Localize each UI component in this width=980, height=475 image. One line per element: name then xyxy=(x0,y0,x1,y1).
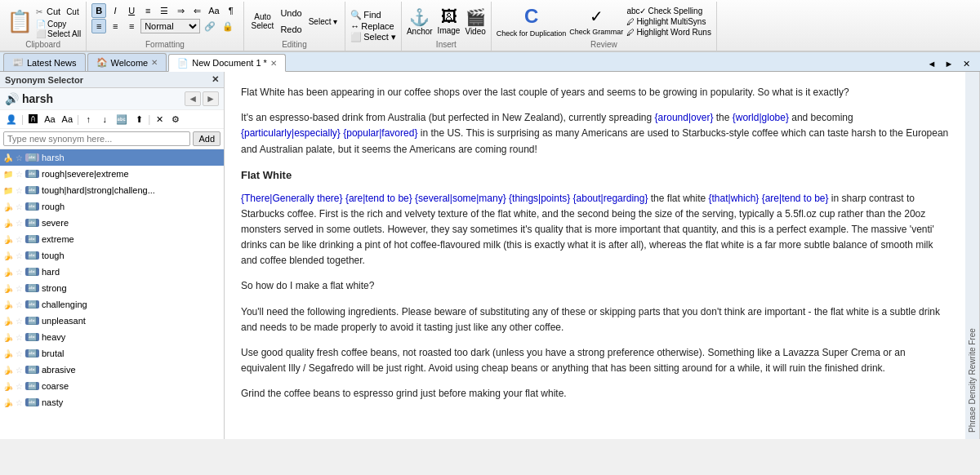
syn-icon9[interactable]: ✕ xyxy=(152,112,167,127)
syn-icon6[interactable]: ↓ xyxy=(97,112,112,127)
syn-icon10[interactable]: ⚙ xyxy=(168,112,183,127)
formatting-label: Formatting xyxy=(91,39,238,51)
alt-word[interactable]: {that|which} xyxy=(709,193,760,204)
star-icon: ☆ xyxy=(16,398,23,407)
select-button[interactable]: Select ▾ xyxy=(306,11,341,32)
underline-button[interactable]: U xyxy=(124,3,139,18)
synonym-add-button[interactable]: Add xyxy=(193,131,220,146)
banana-icon: 🍌 xyxy=(3,284,13,293)
alt-word[interactable]: {particularly|especially} xyxy=(241,127,341,139)
highlight-multi-button[interactable]: 🖊 Highlight MultiSyns xyxy=(626,17,711,26)
document-area[interactable]: Flat White has been appearing in our cof… xyxy=(225,72,965,439)
check-spelling-button[interactable]: abc✓ Check Spelling xyxy=(626,7,711,16)
alt-word[interactable]: {are|tend to be} xyxy=(345,193,412,204)
video-button[interactable]: 🎬 Video xyxy=(465,7,485,36)
link-button[interactable]: 🔗 xyxy=(202,19,218,33)
new-doc-icon: 📄 xyxy=(177,58,189,69)
synonym-list-item[interactable]: 🍌 ☆ 🔤 harsh xyxy=(0,149,224,166)
cut-button[interactable]: Cut xyxy=(44,4,63,19)
syn-badge: 🔤 xyxy=(25,398,39,406)
anchor-button[interactable]: ⚓ Anchor xyxy=(407,7,433,36)
alt-word[interactable]: {several|some|many} xyxy=(415,193,506,204)
synonym-list-item[interactable]: 🍌 ☆ 🔤 tough xyxy=(0,247,224,264)
synonym-panel-close[interactable]: ✕ xyxy=(212,74,219,85)
syn-badge: 🔤 xyxy=(25,300,39,309)
highlight-word-button[interactable]: 🖊 Highlight Word Runs xyxy=(626,28,711,37)
word-nav-prev[interactable]: ◄ xyxy=(185,91,201,106)
new-doc-label: New Document 1 * xyxy=(192,58,267,68)
list-button2[interactable]: ☰ xyxy=(157,3,172,18)
syn-icon3[interactable]: Aa xyxy=(42,112,57,127)
word-nav-next[interactable]: ► xyxy=(203,91,219,106)
banana-icon: 🍌 xyxy=(3,268,13,277)
image-button[interactable]: 🖼 Image xyxy=(438,7,461,35)
syn-badge: 🔤 xyxy=(25,202,39,211)
synonym-list-item[interactable]: 🍌 ☆ 🔤 nasty xyxy=(0,394,224,411)
select-item[interactable]: ⬜ Select ▾ xyxy=(350,32,396,42)
syn-icon4[interactable]: Aa xyxy=(60,112,75,127)
tab-new-document[interactable]: 📄 New Document 1 * ✕ xyxy=(168,54,286,72)
panel-nav-left[interactable]: ◄ xyxy=(924,56,939,71)
align-center-button[interactable]: ≡ xyxy=(108,19,122,33)
paragraph-style-select[interactable]: Normal Heading 1 Heading 2 xyxy=(140,19,200,33)
synonym-list-item[interactable]: 🍌 ☆ 🔤 abrasive xyxy=(0,362,224,378)
synonym-list-item[interactable]: 🍌 ☆ 🔤 hard xyxy=(0,264,224,280)
synonym-list-item[interactable]: 📁 ☆ 🔤 rough|severe|extreme xyxy=(0,166,224,182)
alt-word[interactable]: {about|regarding} xyxy=(573,193,648,204)
syn-icon8[interactable]: ⬆ xyxy=(131,112,146,127)
outdent-button[interactable]: ⇐ xyxy=(189,3,204,18)
panel-nav-right[interactable]: ► xyxy=(942,56,956,71)
alt-word[interactable]: {things|points} xyxy=(509,193,570,204)
lock-button[interactable]: 🔒 xyxy=(220,19,236,33)
insert-label: Insert xyxy=(407,39,486,51)
welcome-close-icon[interactable]: ✕ xyxy=(151,58,158,67)
indent-button[interactable]: ⇒ xyxy=(173,3,188,18)
check-duplication-button[interactable]: C Check for Duplication xyxy=(497,5,567,38)
synonym-list-item[interactable]: 🍌 ☆ 🔤 challenging xyxy=(0,296,224,313)
syn-icon5[interactable]: ↑ xyxy=(81,112,96,127)
banana-icon: 🍌 xyxy=(3,333,13,342)
find-item[interactable]: 🔍 Find xyxy=(350,10,396,20)
synonym-list-item[interactable]: 🍌 ☆ 🔤 brutal xyxy=(0,345,224,362)
syn-icon1[interactable]: 👤 xyxy=(3,112,20,127)
welcome-icon: 🏠 xyxy=(96,57,108,68)
synonym-search-input[interactable] xyxy=(3,131,190,146)
alt-word[interactable]: {There|Generally there} xyxy=(241,193,343,204)
bold-button[interactable]: B xyxy=(91,3,106,18)
alt-word[interactable]: {are|tend to be} xyxy=(762,193,829,204)
check-grammar-button[interactable]: ✓ Check Grammar xyxy=(569,7,623,36)
banana-icon: 🍌 xyxy=(3,202,13,211)
syn-icon7[interactable]: 🔤 xyxy=(114,112,130,127)
synonym-list-item[interactable]: 🍌 ☆ 🔤 heavy xyxy=(0,329,224,345)
alt-word[interactable]: {popular|favored} xyxy=(343,127,417,139)
synonym-list-item[interactable]: 🍌 ☆ 🔤 unpleasant xyxy=(0,313,224,329)
italic-button[interactable]: I xyxy=(108,3,122,18)
align-left-button[interactable]: ≡ xyxy=(91,19,106,33)
list-button1[interactable]: ≡ xyxy=(140,3,155,18)
synonym-list-item[interactable]: 🍌 ☆ 🔤 strong xyxy=(0,280,224,296)
syn-badge: 🔤 xyxy=(25,317,39,325)
synonym-list-item[interactable]: 🍌 ☆ 🔤 coarse xyxy=(0,378,224,394)
new-doc-close-icon[interactable]: ✕ xyxy=(270,59,277,68)
auto-select-button[interactable]: AutoSelect xyxy=(249,11,277,32)
tab-latest-news[interactable]: 📰 Latest News xyxy=(3,53,86,71)
close-panel-button[interactable]: ✕ xyxy=(959,56,973,71)
doc-paragraph-alts: It's an espresso-based drink from Austra… xyxy=(241,110,949,158)
alt-word[interactable]: {around|over} xyxy=(655,112,714,123)
align-right-button[interactable]: ≡ xyxy=(124,19,139,33)
syn-icon2[interactable]: 🅰 xyxy=(25,112,40,127)
tab-welcome[interactable]: 🏠 Welcome ✕ xyxy=(87,53,167,71)
replace-item[interactable]: ↔ Replace xyxy=(350,21,396,31)
redo-button[interactable]: Redo xyxy=(278,22,304,37)
undo-button[interactable]: Undo xyxy=(278,6,304,20)
pilcrow-button[interactable]: ¶ xyxy=(224,3,238,18)
synonym-list-item[interactable]: 📁 ☆ 🔤 tough|hard|strong|challeng... xyxy=(0,182,224,198)
synonym-list-item[interactable]: 🍌 ☆ 🔤 severe xyxy=(0,215,224,231)
alt-word[interactable]: {world|globe} xyxy=(733,112,789,123)
format-button1[interactable]: Aa xyxy=(206,3,221,18)
synonym-list-item[interactable]: 🍌 ☆ 🔤 extreme xyxy=(0,231,224,247)
paste-button[interactable]: 📋 xyxy=(5,3,34,39)
synonym-list-item[interactable]: 🍌 ☆ 🔤 rough xyxy=(0,198,224,215)
select-all-label: Select All xyxy=(47,29,81,38)
star-icon: ☆ xyxy=(16,300,23,309)
